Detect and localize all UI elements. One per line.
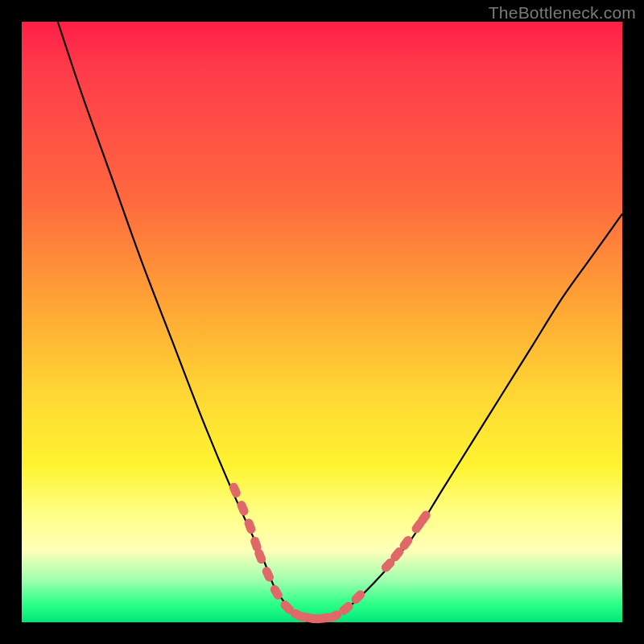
plot-area — [22, 22, 622, 622]
chart-svg — [22, 22, 622, 622]
marker-layer — [228, 481, 432, 624]
bottleneck-curve — [58, 22, 622, 623]
outer-frame: TheBottleneck.com — [0, 0, 644, 644]
curve-layer — [58, 22, 622, 623]
curve-marker — [261, 565, 275, 583]
watermark-text: TheBottleneck.com — [489, 3, 636, 23]
